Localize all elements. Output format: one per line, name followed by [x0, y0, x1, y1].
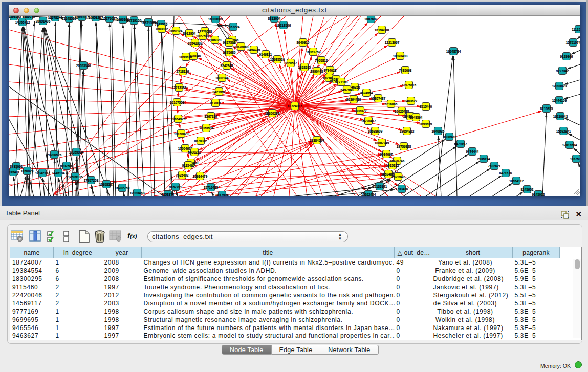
svg-text:6479197: 6479197 — [454, 142, 467, 146]
svg-text:3624554: 3624554 — [360, 91, 373, 95]
svg-text:12213389: 12213389 — [172, 86, 187, 90]
svg-text:10653267: 10653267 — [89, 16, 103, 19]
svg-text:9084067: 9084067 — [380, 152, 393, 156]
svg-text:8660124: 8660124 — [170, 29, 183, 33]
svg-text:9899618: 9899618 — [180, 55, 192, 59]
svg-text:8990448: 8990448 — [311, 70, 323, 73]
svg-text:16961758: 16961758 — [306, 50, 321, 54]
svg-text:2522540: 2522540 — [392, 175, 405, 179]
svg-text:18724007: 18724007 — [288, 104, 302, 108]
svg-text:15276027: 15276027 — [102, 17, 117, 20]
svg-text:9657791: 9657791 — [169, 185, 182, 189]
svg-text:8849594: 8849594 — [410, 116, 423, 119]
svg-text:2935114: 2935114 — [477, 157, 490, 161]
svg-text:9474444: 9474444 — [466, 150, 479, 154]
svg-text:9146821: 9146821 — [259, 53, 272, 56]
svg-text:17359924: 17359924 — [69, 150, 84, 154]
svg-text:10719155: 10719155 — [127, 19, 142, 23]
svg-text:12505135: 12505135 — [68, 175, 83, 179]
svg-text:9227342: 9227342 — [556, 69, 569, 73]
svg-text:8471676: 8471676 — [499, 171, 512, 175]
svg-text:7632621: 7632621 — [488, 164, 501, 168]
svg-text:1362615: 1362615 — [298, 65, 311, 69]
svg-text:12678241: 12678241 — [48, 16, 63, 19]
svg-text:9327503: 9327503 — [197, 34, 209, 38]
svg-text:19384554: 19384554 — [310, 139, 324, 142]
svg-text:7663822: 7663822 — [156, 27, 168, 31]
svg-text:8186328: 8186328 — [209, 38, 222, 42]
svg-text:10107553: 10107553 — [170, 101, 185, 104]
svg-text:6498222: 6498222 — [188, 150, 201, 154]
svg-text:9463627: 9463627 — [405, 99, 418, 103]
svg-text:7625402: 7625402 — [176, 173, 189, 177]
svg-text:8427552: 8427552 — [213, 90, 226, 94]
svg-text:1445194: 1445194 — [52, 171, 65, 175]
svg-text:16033809: 16033809 — [208, 17, 223, 21]
svg-text:19654925: 19654925 — [171, 117, 186, 121]
svg-text:7386372: 7386372 — [354, 109, 367, 113]
svg-text:1640935: 1640935 — [432, 129, 445, 133]
svg-text:15692971: 15692971 — [556, 129, 571, 133]
svg-text:15716485: 15716485 — [204, 186, 219, 189]
svg-text:15720407: 15720407 — [361, 119, 376, 123]
svg-text:9242848: 9242848 — [221, 64, 233, 68]
svg-text:8454749: 8454749 — [248, 48, 260, 52]
svg-text:9115460: 9115460 — [182, 164, 195, 167]
svg-text:20206526: 20206526 — [47, 153, 62, 157]
svg-text:9129966: 9129966 — [560, 55, 573, 58]
svg-text:1156829: 1156829 — [21, 169, 34, 173]
svg-text:23676068: 23676068 — [234, 45, 249, 49]
svg-text:12213967: 12213967 — [385, 41, 400, 45]
svg-text:16093915: 16093915 — [75, 16, 90, 19]
svg-text:16914479: 16914479 — [193, 174, 208, 178]
svg-text:10973493: 10973493 — [393, 54, 408, 58]
svg-text:12093823: 12093823 — [552, 84, 567, 88]
svg-text:17957253: 17957253 — [84, 179, 99, 182]
svg-text:18300295: 18300295 — [265, 112, 280, 115]
svg-text:19218506: 19218506 — [276, 24, 291, 27]
svg-text:10262454: 10262454 — [361, 193, 376, 196]
svg-text:9794028: 9794028 — [324, 69, 337, 72]
svg-text:8817904: 8817904 — [216, 193, 229, 196]
svg-text:9327508: 9327508 — [223, 41, 236, 45]
svg-text:17016504: 17016504 — [562, 143, 577, 147]
svg-text:10654112: 10654112 — [509, 179, 524, 183]
svg-text:12975115: 12975115 — [402, 83, 417, 87]
svg-text:19756928: 19756928 — [397, 145, 411, 148]
svg-text:8215955: 8215955 — [540, 107, 553, 111]
svg-text:15136141: 15136141 — [373, 185, 387, 188]
svg-text:18807249: 18807249 — [375, 141, 389, 145]
svg-text:8435061: 8435061 — [10, 165, 23, 168]
svg-text:11125439: 11125439 — [572, 28, 580, 31]
svg-text:9097586: 9097586 — [60, 164, 73, 168]
svg-text:7955812: 7955812 — [315, 59, 328, 62]
svg-text:20053346: 20053346 — [76, 64, 91, 68]
svg-text:10688609: 10688609 — [368, 129, 383, 133]
svg-text:9245652: 9245652 — [521, 188, 534, 191]
svg-text:8912954: 8912954 — [183, 32, 196, 35]
svg-text:9699695: 9699695 — [420, 122, 432, 126]
svg-text:19166829: 19166829 — [174, 132, 189, 136]
svg-text:16398595: 16398595 — [9, 16, 21, 18]
svg-text:9886075: 9886075 — [23, 16, 35, 18]
svg-text:20364436: 20364436 — [346, 98, 361, 101]
svg-text:6497568: 6497568 — [341, 88, 354, 92]
svg-text:7485063: 7485063 — [399, 69, 412, 72]
svg-text:12444159: 12444159 — [552, 99, 567, 102]
svg-text:10958107: 10958107 — [99, 183, 114, 186]
svg-text:6216065: 6216065 — [385, 102, 398, 106]
svg-text:1733426: 1733426 — [396, 187, 408, 191]
svg-text:8640910: 8640910 — [297, 41, 310, 45]
svg-text:1615152: 1615152 — [386, 164, 399, 167]
svg-text:16648784: 16648784 — [446, 50, 461, 53]
svg-text:7258374: 7258374 — [162, 193, 175, 196]
svg-text:8220537: 8220537 — [285, 61, 297, 65]
svg-text:10025438: 10025438 — [395, 110, 409, 113]
svg-text:12942737: 12942737 — [35, 171, 50, 175]
svg-text:16210643: 16210643 — [553, 115, 568, 118]
svg-text:16543382: 16543382 — [188, 41, 203, 45]
svg-text:20691406: 20691406 — [36, 19, 51, 23]
svg-text:11353594: 11353594 — [199, 126, 214, 130]
svg-text:12923468: 12923468 — [130, 191, 145, 195]
svg-text:8678332: 8678332 — [194, 139, 207, 143]
